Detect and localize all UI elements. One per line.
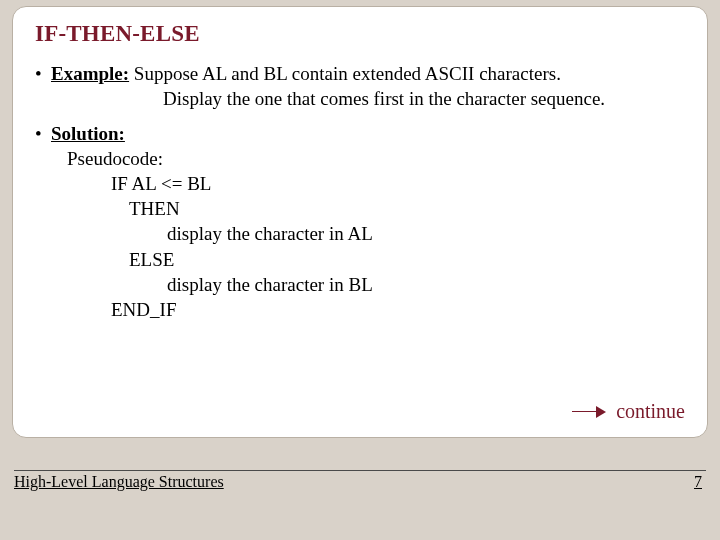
arrow-right-icon (572, 405, 606, 419)
example-line1: Suppose AL and BL contain extended ASCII… (129, 63, 561, 84)
solution-body: Solution: Pseudocode: IF AL <= BL THEN d… (51, 121, 689, 322)
code-if: IF AL <= BL (51, 171, 689, 196)
example-bullet: • Example: Suppose AL and BL contain ext… (35, 61, 689, 111)
solution-bullet: • Solution: Pseudocode: IF AL <= BL THEN… (35, 121, 689, 322)
code-else: ELSE (51, 247, 689, 272)
example-line2: Display the one that comes first in the … (51, 86, 689, 111)
continue-indicator: continue (572, 400, 685, 423)
bullet-dot-icon: • (35, 121, 51, 146)
code-disp-bl: display the character in BL (51, 272, 689, 297)
pseudocode-label: Pseudocode: (51, 146, 689, 171)
continue-label: continue (616, 400, 685, 423)
bullet-dot-icon: • (35, 61, 51, 86)
footer-title: High-Level Language Structures (14, 473, 224, 491)
code-endif: END_IF (51, 297, 689, 322)
code-then: THEN (51, 196, 689, 221)
solution-label: Solution: (51, 123, 125, 144)
slide-card: IF-THEN-ELSE • Example: Suppose AL and B… (12, 6, 708, 438)
page-number: 7 (694, 473, 706, 491)
slide-footer: High-Level Language Structures 7 (14, 470, 706, 498)
example-label: Example: (51, 63, 129, 84)
code-disp-al: display the character in AL (51, 221, 689, 246)
slide-title: IF-THEN-ELSE (35, 21, 689, 47)
example-text: Example: Suppose AL and BL contain exten… (51, 61, 689, 111)
